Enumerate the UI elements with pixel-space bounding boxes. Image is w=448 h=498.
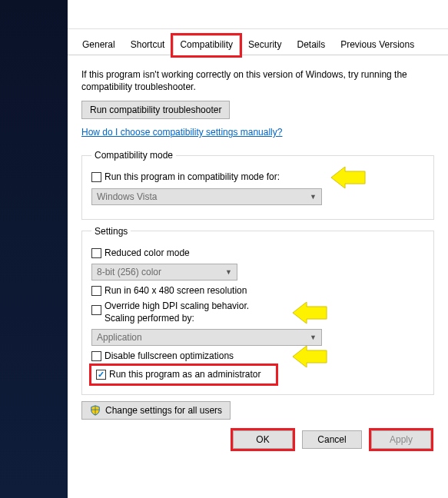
res-640-label: Run in 640 x 480 screen resolution (105, 285, 247, 297)
compat-mode-checkbox[interactable] (91, 172, 101, 182)
tab-security[interactable]: Security (241, 35, 288, 55)
chevron-down-icon: ▼ (310, 193, 317, 201)
dpi-scaling-combo[interactable]: Application ▼ (91, 329, 322, 346)
tab-general[interactable]: General (75, 35, 122, 55)
run-troubleshooter-button[interactable]: Run compatibility troubleshooter (81, 101, 230, 119)
titlebar (68, 0, 448, 29)
desktop-background (0, 0, 68, 498)
annotation-arrow-icon (291, 346, 328, 367)
tab-panel-compatibility: If this program isn't working correctly … (68, 55, 448, 458)
apply-button[interactable]: Apply (371, 430, 431, 449)
color-depth-value: 8-bit (256) color (97, 267, 161, 277)
run-as-admin-checkbox[interactable] (96, 370, 106, 380)
compatibility-mode-group: Compatibility mode Run this program in c… (81, 150, 434, 220)
settings-legend: Settings (91, 226, 131, 237)
tab-strip: General Shortcut Compatibility Security … (68, 29, 448, 55)
tab-details[interactable]: Details (290, 35, 332, 55)
disable-fullscreen-checkbox[interactable] (91, 351, 101, 361)
reduced-color-label: Reduced color mode (105, 247, 190, 260)
ok-button[interactable]: OK (233, 430, 293, 449)
change-settings-all-users-button[interactable]: Change settings for all users (81, 401, 231, 420)
color-depth-combo[interactable]: 8-bit (256) color ▼ (91, 264, 237, 281)
compatibility-mode-legend: Compatibility mode (91, 150, 176, 161)
intro-text: If this program isn't working correctly … (81, 69, 434, 93)
chevron-down-icon: ▼ (310, 334, 317, 341)
change-settings-all-users-label: Change settings for all users (105, 405, 222, 416)
properties-dialog: General Shortcut Compatibility Security … (68, 0, 448, 498)
chevron-down-icon: ▼ (225, 268, 232, 276)
compat-mode-combo[interactable]: Windows Vista ▼ (91, 188, 322, 205)
disable-fullscreen-label: Disable fullscreen optimizations (105, 350, 234, 363)
annotation-arrow-icon (330, 167, 367, 188)
compat-mode-combo-value: Windows Vista (97, 191, 157, 202)
help-link[interactable]: How do I choose compatibility settings m… (81, 127, 282, 138)
tab-shortcut[interactable]: Shortcut (124, 35, 172, 55)
tab-compatibility[interactable]: Compatibility (173, 35, 240, 55)
run-as-admin-label: Run this program as an administrator (109, 369, 261, 381)
dialog-buttons: OK Cancel Apply (81, 430, 434, 449)
cancel-button[interactable]: Cancel (302, 430, 362, 449)
res-640-checkbox[interactable] (91, 286, 101, 296)
dpi-scaling-value: Application (97, 332, 142, 343)
dpi-override-checkbox[interactable] (91, 305, 101, 315)
shield-icon (90, 405, 101, 416)
settings-group: Settings Reduced color mode 8-bit (256) … (81, 226, 434, 396)
annotation-arrow-icon (291, 302, 328, 324)
reduced-color-checkbox[interactable] (91, 248, 101, 258)
tab-previous-versions[interactable]: Previous Versions (334, 35, 421, 55)
dpi-override-label: Override high DPI scaling behavior. Scal… (105, 300, 249, 324)
compat-mode-label: Run this program in compatibility mode f… (105, 171, 280, 184)
